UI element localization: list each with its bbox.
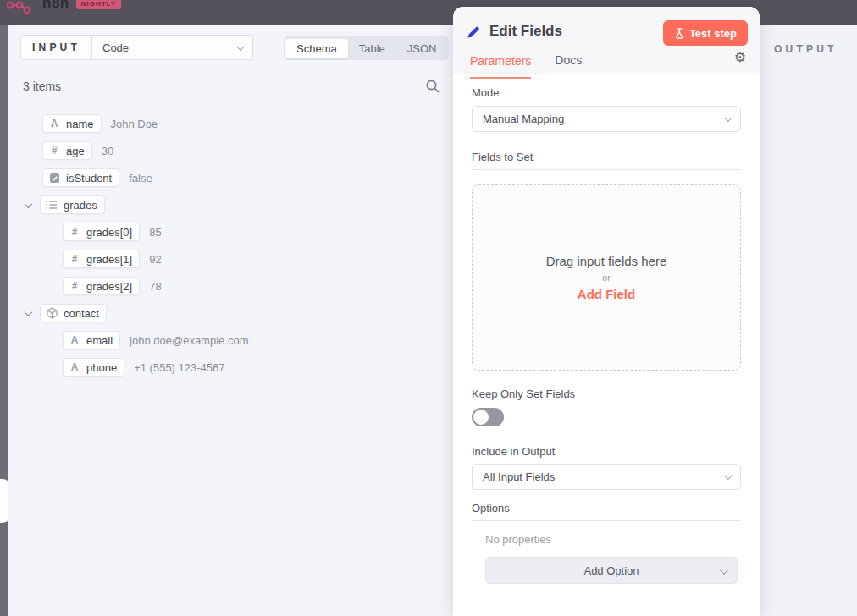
toggle-knob — [473, 410, 489, 425]
field-name: isStudent — [66, 172, 112, 184]
gear-icon[interactable]: ⚙ — [734, 51, 746, 64]
output-panel: OUTPUT — [760, 25, 857, 616]
string-type-icon: A — [48, 118, 60, 129]
schema-field-grades[interactable]: grades — [8, 191, 466, 218]
n8n-logo[interactable]: n8n NIGHTLY — [7, 0, 121, 14]
field-name: phone — [86, 361, 117, 374]
chevron-down-icon[interactable] — [25, 200, 33, 208]
flask-icon — [674, 28, 683, 39]
chevron-down-icon — [720, 566, 728, 575]
field-name: email — [86, 334, 113, 347]
include-in-output-select[interactable]: All Input Fields — [472, 464, 741, 490]
dropzone-text: Drag input fields here — [546, 254, 667, 268]
logo-text: n8n — [42, 0, 69, 12]
schema-field-age[interactable]: #age30 — [8, 137, 466, 164]
keep-only-set-fields-label: Keep Only Set Fields — [472, 388, 741, 400]
n8n-logo-icon — [7, 0, 36, 14]
field-name: grades[0] — [86, 226, 132, 239]
field-name: name — [66, 118, 94, 130]
field-pill[interactable]: #grades[2] — [63, 277, 140, 295]
field-pill[interactable]: grades — [40, 195, 105, 214]
tab-docs[interactable]: Docs — [555, 53, 582, 78]
schema-tree: AnameJohn Doe#age30isStudentfalsegrades#… — [8, 110, 466, 381]
test-step-label: Test step — [689, 27, 737, 40]
chevron-down-icon — [236, 42, 245, 51]
string-type-icon: A — [69, 334, 80, 346]
dialog-title: Edit Fields — [489, 23, 562, 40]
tab-table[interactable]: Table — [348, 39, 396, 58]
field-value: 78 — [149, 280, 161, 293]
field-value: false — [129, 172, 152, 184]
field-pill[interactable]: Aphone — [63, 358, 124, 377]
tab-schema[interactable]: Schema — [285, 39, 348, 58]
schema-field-grades-2-[interactable]: #grades[2]78 — [8, 272, 466, 300]
input-source-value: Code — [102, 41, 129, 54]
search-icon[interactable] — [425, 79, 440, 94]
field-name: grades[2] — [86, 280, 132, 293]
schema-field-grades-0-[interactable]: #grades[0]85 — [8, 218, 466, 245]
tab-parameters[interactable]: Parameters — [470, 54, 531, 79]
schema-field-grades-1-[interactable]: #grades[1]92 — [8, 245, 466, 272]
chevron-down-icon — [724, 113, 733, 122]
number-type-icon: # — [69, 280, 80, 292]
field-value: John Doe — [111, 118, 158, 130]
field-pill[interactable]: contact — [40, 304, 107, 322]
schema-field-contact[interactable]: contact — [8, 300, 466, 327]
field-pill[interactable]: Aname — [42, 114, 102, 133]
dropzone-or-text: or — [602, 272, 611, 283]
field-value: john.doe@example.com — [130, 334, 248, 347]
edit-fields-dialog: Edit Fields Test step Parameters Docs ⚙ … — [453, 7, 760, 616]
options-label: Options — [472, 502, 741, 521]
include-select-value: All Input Fields — [483, 470, 555, 483]
add-field-button[interactable]: Add Field — [578, 287, 635, 301]
array-type-icon — [46, 199, 58, 211]
field-value: 30 — [102, 145, 113, 157]
field-name: grades — [64, 199, 97, 212]
schema-field-email[interactable]: Aemailjohn.doe@example.com — [8, 327, 466, 354]
tab-json[interactable]: JSON — [396, 39, 448, 58]
mode-select[interactable]: Manual Mapping — [472, 106, 741, 132]
field-pill[interactable]: Aemail — [63, 331, 120, 349]
fields-to-set-label: Fields to Set — [472, 151, 741, 170]
input-view-tabs: Schema Table JSON — [284, 36, 449, 60]
number-type-icon: # — [69, 226, 80, 238]
mode-select-value: Manual Mapping — [483, 113, 564, 125]
field-pill[interactable]: #grades[0] — [63, 223, 140, 241]
dialog-body: Mode Manual Mapping Fields to Set Drag i… — [453, 74, 760, 584]
chevron-down-icon[interactable] — [25, 308, 33, 316]
items-count: 3 items — [23, 80, 61, 93]
input-source-select[interactable]: Code — [91, 35, 253, 60]
string-type-icon: A — [69, 361, 80, 373]
boolean-type-icon — [48, 172, 60, 184]
keep-only-set-fields-toggle[interactable] — [472, 408, 504, 426]
test-step-button[interactable]: Test step — [663, 20, 748, 46]
schema-field-name[interactable]: AnameJohn Doe — [8, 110, 466, 137]
object-type-icon — [46, 307, 58, 319]
input-panel-label: INPUT — [20, 35, 92, 60]
field-pill[interactable]: #age — [42, 141, 92, 160]
field-name: contact — [64, 307, 99, 320]
include-in-output-label: Include in Output — [472, 445, 741, 458]
pencil-icon — [467, 25, 481, 39]
output-panel-label: OUTPUT — [774, 43, 838, 55]
schema-field-isstudent[interactable]: isStudentfalse — [8, 164, 466, 191]
field-name: grades[1] — [86, 253, 132, 266]
add-option-label: Add Option — [583, 564, 639, 577]
nightly-badge: NIGHTLY — [76, 0, 121, 9]
chevron-down-icon — [724, 471, 733, 480]
schema-field-phone[interactable]: Aphone+1 (555) 123-4567 — [8, 354, 466, 381]
collapsed-sidebar-strip — [0, 25, 8, 616]
mode-label: Mode — [472, 86, 741, 99]
field-value: 92 — [149, 253, 161, 266]
drag-fields-dropzone[interactable]: Drag input fields here or Add Field — [472, 184, 741, 371]
number-type-icon: # — [48, 145, 60, 157]
field-value: +1 (555) 123-4567 — [134, 361, 224, 374]
field-pill[interactable]: #grades[1] — [63, 250, 140, 268]
field-name: age — [66, 145, 85, 157]
field-value: 85 — [149, 226, 161, 239]
dialog-header: Edit Fields Test step Parameters Docs ⚙ — [453, 7, 760, 74]
number-type-icon: # — [69, 253, 80, 265]
field-pill[interactable]: isStudent — [42, 168, 119, 187]
no-properties-text: No properties — [485, 533, 741, 546]
add-option-button[interactable]: Add Option — [485, 557, 738, 584]
